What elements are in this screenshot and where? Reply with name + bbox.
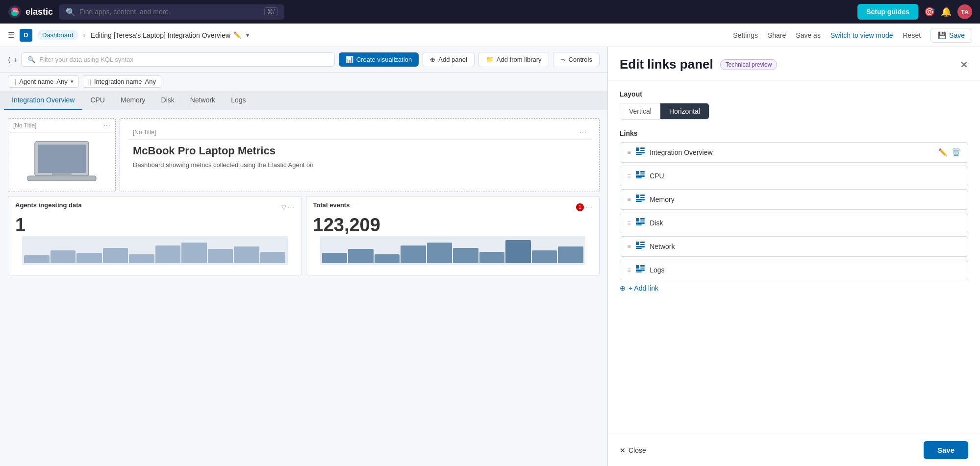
dashboard-panels: [No Title] ⋯	[0, 110, 607, 283]
drag-handle-5[interactable]: ≡	[627, 266, 631, 274]
bar-10	[260, 252, 286, 263]
notifications-icon[interactable]: 🔔	[941, 6, 952, 17]
link-delete-button-0[interactable]: 🗑️	[952, 148, 961, 157]
drag-handle-2[interactable]: ≡	[627, 196, 631, 203]
integration-name-control[interactable]: || Integration name Any	[83, 75, 161, 88]
panel-menu-1[interactable]: ⋯	[103, 122, 110, 129]
laptop-svg	[25, 138, 99, 187]
svg-rect-29	[636, 224, 642, 225]
svg-rect-18	[636, 175, 645, 177]
links-label: Links	[620, 129, 968, 137]
bottom-panels-row: Agents ingesting data ▽ ⋯ 1	[4, 196, 603, 279]
elastic-logo[interactable]: elastic	[8, 5, 53, 19]
setup-guides-button[interactable]: Setup guides	[857, 4, 918, 20]
total-panel-menu[interactable]: ⋯	[586, 203, 592, 211]
total-panel-header: Total events 1 ⋯	[313, 201, 593, 213]
tbar-8	[505, 240, 531, 263]
link-item-2: ≡ Memory	[620, 189, 968, 210]
panel-title: Edit links panel	[620, 57, 713, 72]
layout-toggle: Vertical Horizontal	[620, 103, 709, 120]
tab-cpu[interactable]: CPU	[82, 91, 113, 110]
laptop-image-container	[8, 133, 115, 192]
settings-button[interactable]: Settings	[733, 31, 758, 39]
link-edit-button-0[interactable]: ✏️	[938, 148, 948, 157]
svg-rect-24	[636, 201, 642, 202]
add-panel-button[interactable]: ⊕ Add panel	[423, 52, 475, 67]
avatar[interactable]: TA	[957, 4, 972, 19]
drag-icon: ||	[13, 78, 16, 85]
add-link-icon: ⊕	[620, 284, 626, 292]
drag-handle-4[interactable]: ≡	[627, 243, 631, 250]
tab-disk[interactable]: Disk	[153, 91, 182, 110]
breadcrumb-dashboard[interactable]: Dashboard	[37, 30, 78, 40]
tab-network[interactable]: Network	[182, 91, 223, 110]
add-from-library-button[interactable]: 📁 Add from library	[478, 52, 549, 67]
drag-handle-3[interactable]: ≡	[627, 219, 631, 227]
tab-logs[interactable]: Logs	[223, 91, 253, 110]
controls-button[interactable]: ⊸ Controls	[553, 52, 600, 67]
horizontal-layout-button[interactable]: Horizontal	[660, 103, 709, 119]
link-item-4: ≡ Network	[620, 236, 968, 257]
bar-5	[129, 254, 154, 263]
hamburger-menu[interactable]: ☰	[8, 30, 15, 40]
svg-rect-21	[640, 195, 645, 196]
svg-rect-30	[636, 242, 639, 245]
close-panel-button[interactable]: ✕	[960, 59, 968, 71]
svg-rect-34	[636, 248, 642, 249]
agents-ingesting-panel: Agents ingesting data ▽ ⋯ 1	[8, 196, 302, 275]
drag-handle-1[interactable]: ≡	[627, 172, 631, 180]
create-visualization-button[interactable]: 📊 Create visualization	[339, 52, 419, 67]
tab-memory[interactable]: Memory	[113, 91, 153, 110]
agents-panel-actions[interactable]: ▽ ⋯	[281, 203, 295, 211]
nav-left: elastic 🔍 ⌘/	[8, 4, 284, 20]
search-input[interactable]	[79, 8, 260, 16]
drag-handle-0[interactable]: ≡	[627, 148, 631, 156]
main-area: ⟨+ 🔍 Filter your data using KQL syntax 📊…	[0, 47, 980, 466]
svg-rect-38	[636, 270, 645, 271]
link-svg-icon-0	[636, 147, 645, 155]
collapse-icon[interactable]: ⟨+	[8, 56, 17, 64]
svg-rect-12	[640, 150, 645, 151]
help-icon[interactable]: 🎯	[924, 6, 935, 17]
switch-to-view-mode-button[interactable]: Switch to view mode	[830, 31, 893, 39]
svg-rect-37	[640, 268, 645, 269]
dashboard-icon-3	[636, 218, 645, 228]
mcbook-content: McBook Pro Laptop Metrics Dashboard show…	[128, 140, 591, 173]
library-icon: 📁	[486, 56, 494, 63]
global-search[interactable]: 🔍 ⌘/	[59, 4, 284, 20]
share-button[interactable]: Share	[768, 31, 786, 39]
save-button-top[interactable]: 💾 Save	[930, 28, 972, 43]
tab-integration-overview[interactable]: Integration Overview	[4, 91, 82, 110]
edit-icon: ✏️	[233, 31, 241, 39]
top-nav: elastic 🔍 ⌘/ Setup guides 🎯 🔔 TA	[0, 0, 980, 24]
visualize-icon: 📊	[346, 56, 353, 63]
vertical-layout-button[interactable]: Vertical	[620, 103, 660, 119]
elastic-brand: elastic	[25, 7, 53, 17]
panel-menu-2[interactable]: ⋯	[579, 128, 586, 136]
link-actions-0: ✏️ 🗑️	[938, 148, 961, 157]
link-label-4: Network	[650, 243, 961, 250]
controls-row: || Agent name Any ▾ || Integration name …	[0, 73, 607, 91]
link-label-5: Logs	[650, 266, 961, 274]
second-nav: ☰ D Dashboard › Editing [Teresa's Laptop…	[0, 24, 980, 47]
reset-button[interactable]: Reset	[903, 31, 921, 39]
save-as-button[interactable]: Save as	[796, 31, 821, 39]
add-link-button[interactable]: ⊕ + Add link	[620, 284, 658, 292]
link-label-2: Memory	[650, 196, 961, 203]
chevron-down-icon[interactable]: ▾	[246, 32, 249, 39]
close-footer-button[interactable]: ✕ Close	[620, 446, 646, 454]
agents-panel-header: Agents ingesting data ▽ ⋯	[15, 201, 295, 213]
agent-name-control[interactable]: || Agent name Any ▾	[8, 75, 79, 88]
svg-rect-32	[640, 244, 645, 245]
svg-rect-9	[52, 173, 72, 176]
svg-rect-35	[636, 265, 639, 269]
svg-rect-28	[636, 222, 645, 224]
svg-rect-7	[38, 145, 86, 173]
svg-rect-14	[636, 154, 642, 155]
tbar-10	[558, 246, 583, 263]
tbar-9	[532, 250, 557, 263]
kql-filter-bar[interactable]: 🔍 Filter your data using KQL syntax	[21, 52, 335, 67]
save-panel-button[interactable]: Save	[924, 441, 968, 459]
link-label-0: Integration Overview	[650, 148, 933, 156]
bar-4	[103, 248, 128, 263]
